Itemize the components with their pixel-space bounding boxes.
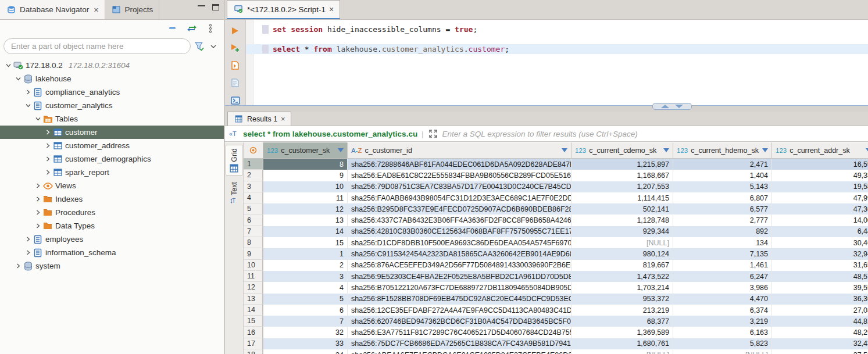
cell-c_customer_id[interactable]: sha256:B295D8FC337E9E4FECD0725D907ACD6B6… — [348, 203, 571, 214]
chevron-right-icon[interactable] — [13, 262, 23, 271]
row-number[interactable]: 17 — [244, 338, 263, 349]
editor-results-splitter[interactable] — [225, 105, 868, 112]
cell-c_current_hdemo_sk[interactable]: 1,461 — [673, 260, 772, 271]
cell-c_current_addr_sk[interactable]: 47,99 — [772, 192, 868, 203]
cell-c_current_addr_sk[interactable]: 48,29 — [772, 327, 868, 338]
column-header-c_current_addr_sk[interactable]: 123c_current_addr_sk — [772, 142, 868, 158]
cell-c_customer_id[interactable]: sha256:876ACE5EFED349A2D56F77D5084891433… — [348, 260, 571, 271]
cell-c_customer_sk[interactable]: 15 — [263, 237, 348, 248]
sql-code-area[interactable]: set session hide_inaccessible_columns = … — [246, 20, 868, 105]
cell-c_current_cdemo_sk[interactable]: 213,219 — [571, 305, 673, 316]
chevron-right-icon[interactable] — [23, 248, 33, 258]
cell-c_current_hdemo_sk[interactable]: 2,777 — [673, 214, 772, 226]
column-header-c_customer_id[interactable]: A-Zc_customer_id — [348, 142, 571, 158]
code-line-1[interactable]: set session hide_inaccessible_columns = … — [246, 24, 868, 34]
cell-c_customer_sk[interactable]: 6 — [263, 305, 348, 316]
close-icon[interactable]: × — [94, 5, 98, 15]
object-search-input[interactable] — [3, 38, 191, 54]
explain-plan-icon[interactable] — [229, 78, 242, 88]
tree-item-employees[interactable]: employees — [0, 233, 224, 246]
splitter-collapse-control[interactable] — [652, 103, 692, 110]
cell-c_current_addr_sk[interactable]: 16,59 — [772, 159, 868, 170]
tree-item-spark-report[interactable]: spark_report — [0, 166, 224, 179]
filter-type-icon[interactable]: «T — [228, 129, 239, 138]
tree-item-customer-demographics[interactable]: customer_demographics — [0, 152, 224, 166]
cell-c_current_hdemo_sk[interactable]: 1,404 — [673, 170, 772, 181]
row-number[interactable]: 5 — [244, 203, 263, 214]
filter-funnel-icon[interactable] — [194, 42, 205, 51]
row-number[interactable]: 2 — [244, 170, 263, 181]
tree-item-customer-address[interactable]: customer_address — [0, 139, 224, 152]
tree-item-lakehouse[interactable]: lakehouse — [0, 72, 224, 85]
cell-c_current_cdemo_sk[interactable]: 1,680,761 — [571, 338, 673, 349]
cell-c_customer_id[interactable]: sha256:12CE35EFDABF272A4A47E9FA9CC5D4113… — [348, 305, 571, 316]
row-number[interactable]: 1 — [244, 159, 263, 170]
cell-c_current_cdemo_sk[interactable]: 1,168,667 — [571, 170, 673, 181]
cell-c_current_cdemo_sk[interactable]: 1,703,214 — [571, 282, 673, 293]
tab-results-1[interactable]: Results 1 × — [227, 112, 291, 126]
cell-c_customer_sk[interactable]: 9 — [263, 170, 348, 181]
cell-c_current_hdemo_sk[interactable]: 6,163 — [673, 327, 772, 338]
cell-c_current_hdemo_sk[interactable]: 3,219 — [673, 316, 772, 327]
view-menu-icon[interactable] — [205, 24, 216, 33]
chevron-right-icon[interactable] — [33, 181, 42, 191]
cell-c_current_addr_sk[interactable]: 47,36 — [772, 203, 868, 214]
cell-c_customer_sk[interactable]: 10 — [263, 181, 348, 192]
cell-c_customer_sk[interactable]: 4 — [263, 282, 348, 293]
cell-c_current_cdemo_sk[interactable]: 1,207,553 — [571, 181, 673, 192]
cell-c_customer_id[interactable]: sha256:42810C83B0360CE125634F068BAF8FF75… — [348, 226, 571, 237]
cell-c_current_hdemo_sk[interactable]: 6,807 — [673, 192, 772, 203]
column-dropdown-icon[interactable] — [762, 148, 768, 152]
cell-c_customer_id[interactable]: sha256:ABEA16E7E1ECBDCA6E01CE1095D84E37C… — [348, 349, 571, 354]
cell-c_current_cdemo_sk[interactable]: 819,667 — [571, 260, 673, 271]
chevron-right-icon[interactable] — [43, 128, 52, 137]
cell-c_customer_sk[interactable]: 13 — [263, 214, 348, 226]
cell-c_current_addr_sk[interactable]: 30,46 — [772, 237, 868, 248]
row-number[interactable]: 3 — [244, 181, 263, 192]
execute-script-icon[interactable] — [229, 60, 242, 70]
minimize-icon[interactable] — [198, 5, 205, 12]
results-grid[interactable]: 123c_customer_skA-Zc_customer_id123c_cur… — [244, 142, 868, 354]
chevron-right-icon[interactable] — [43, 168, 52, 177]
cell-c_current_addr_sk[interactable]: 32,43 — [772, 338, 868, 349]
row-number[interactable]: 13 — [244, 294, 263, 305]
cell-c_current_hdemo_sk[interactable]: 6,577 — [673, 203, 772, 214]
cell-c_customer_id[interactable]: sha256:8F1528BB708DF69EB475DC92A8C20EC44… — [348, 294, 571, 305]
cell-c_current_addr_sk[interactable]: 37,50 — [772, 349, 868, 354]
results-view-tab-text[interactable]: TextT — [226, 179, 243, 208]
cell-c_current_hdemo_sk[interactable]: [NULL] — [673, 349, 772, 354]
cell-c_customer_sk[interactable]: 3 — [263, 271, 348, 282]
chevron-right-icon[interactable] — [43, 141, 52, 151]
cell-c_current_addr_sk[interactable]: 19,58 — [772, 181, 868, 192]
cell-c_current_hdemo_sk[interactable]: 6,374 — [673, 305, 772, 316]
row-number[interactable]: 14 — [244, 305, 263, 316]
cell-c_customer_id[interactable]: sha256:B705122120A673FC7DE6889727DB11809… — [348, 282, 571, 293]
cell-c_current_addr_sk[interactable]: 32,94 — [772, 248, 868, 259]
tree-item-customer[interactable]: customer — [0, 126, 224, 139]
select-all-corner[interactable] — [244, 142, 263, 158]
cell-c_current_addr_sk[interactable]: 39,55 — [772, 282, 868, 293]
chevron-right-icon[interactable] — [23, 88, 33, 97]
maximize-icon[interactable] — [212, 4, 219, 10]
cell-c_customer_id[interactable]: sha256:EAD8E61C8C22E555834FBBA9B60556CB2… — [348, 170, 571, 181]
row-number[interactable]: 6 — [244, 214, 263, 226]
column-dropdown-icon[interactable] — [663, 148, 669, 152]
cell-c_customer_id[interactable]: sha256:620746BED947362BCD6CF31B0A4C547DD… — [348, 316, 571, 327]
close-icon[interactable]: × — [281, 115, 285, 123]
row-number[interactable]: 15 — [244, 316, 263, 327]
expand-filter-icon[interactable] — [428, 129, 438, 138]
cell-c_current_addr_sk[interactable]: 14,00 — [772, 214, 868, 226]
chevron-down-icon[interactable] — [3, 61, 13, 70]
cell-c_current_addr_sk[interactable]: 44,81 — [772, 316, 868, 327]
cell-c_customer_id[interactable]: sha256:9E52303CE4FBA2E2F0525E8A5BFBD2C1A… — [348, 271, 571, 282]
cell-c_customer_id[interactable]: sha256:4337C7AB6432E3B06FF4A3636FD2F8CC8… — [348, 214, 571, 226]
cell-c_current_cdemo_sk[interactable]: [NULL] — [571, 349, 673, 354]
cell-c_current_hdemo_sk[interactable]: 4,470 — [673, 294, 772, 305]
cell-c_customer_sk[interactable]: 7 — [263, 316, 348, 327]
chevron-down-icon[interactable] — [33, 115, 42, 124]
cell-c_current_cdemo_sk[interactable]: [NULL] — [571, 237, 673, 248]
tab-sql-script[interactable]: *<172.18.0.2> Script-1 × — [227, 0, 340, 19]
chevron-down-icon[interactable] — [13, 74, 23, 84]
cell-c_current_cdemo_sk[interactable]: 68,377 — [571, 316, 673, 327]
cell-c_customer_sk[interactable]: 8 — [263, 159, 348, 170]
